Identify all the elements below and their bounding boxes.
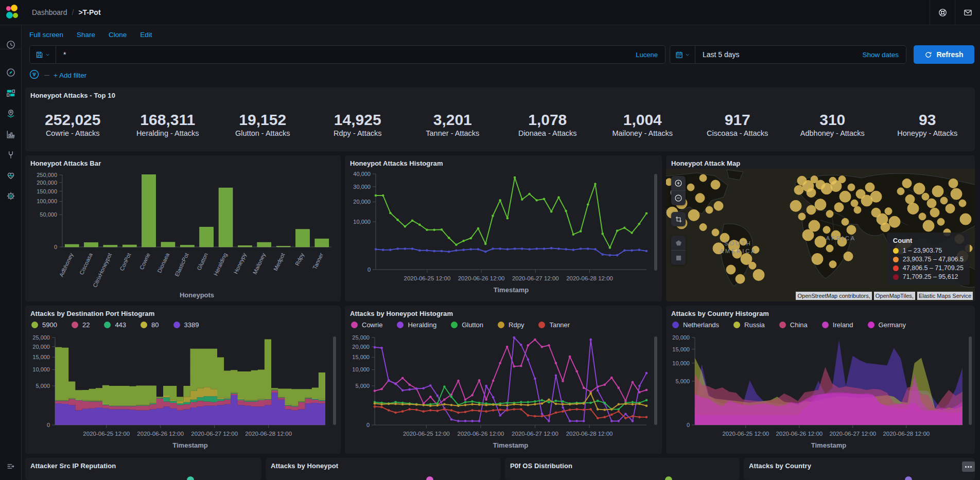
map-zoom-controls	[671, 176, 686, 205]
toolbar-link-full-screen[interactable]: Full screen	[29, 31, 63, 39]
toolbar-link-clone[interactable]: Clone	[109, 31, 127, 39]
panel-title: P0f OS Distribution	[505, 458, 740, 470]
legend-item-ireland[interactable]: Ireland	[822, 321, 853, 329]
newsfeed-button[interactable]	[955, 0, 980, 25]
attacks-by-destination-port-chart[interactable]: 05,00010,00015,00020,00025,0002020-06-25…	[25, 334, 341, 454]
sidebar-item-monitoring[interactable]	[0, 165, 21, 186]
map-legend-title: Count	[893, 237, 964, 244]
toolbar-link-edit[interactable]: Edit	[140, 31, 152, 39]
refresh-label: Refresh	[936, 50, 963, 59]
date-quick-menu-button[interactable]	[670, 46, 695, 63]
legend-item-china[interactable]: China	[779, 321, 808, 329]
sidebar-item-visualize[interactable]	[0, 123, 21, 145]
metric-adbhoney-attacks: 310Adbhoney - Attacks	[785, 102, 880, 147]
collapse-menu-icon	[6, 462, 15, 471]
sidebar-item-dashboard[interactable]	[0, 82, 21, 104]
show-dates-button[interactable]: Show dates	[862, 51, 906, 59]
metric-dionaea-attacks: 1,078Dionaea - Attacks	[500, 102, 596, 147]
svg-text:0: 0	[367, 266, 371, 273]
kibana-logo[interactable]	[0, 0, 25, 25]
legend-item-rdpy[interactable]: Rdpy	[498, 321, 524, 329]
legend-label: 22	[82, 321, 90, 329]
honeypot-attacks-histogram-chart[interactable]: 010,00020,00030,00040,0002020-06-25 12:0…	[345, 169, 662, 301]
query-input[interactable]: *	[56, 50, 636, 59]
panel-scrollbar[interactable]	[969, 336, 972, 425]
map-select-area-button[interactable]	[671, 212, 686, 226]
time-range-value[interactable]: Last 5 days	[695, 50, 862, 59]
svg-text:100,000: 100,000	[37, 198, 57, 204]
saved-query-menu-button[interactable]	[30, 46, 56, 63]
filter-menu-button[interactable]	[29, 69, 39, 81]
sidebar-item-dev-tools[interactable]	[0, 144, 21, 166]
attacks-by-honeypot-chart[interactable]: 05,00010,00015,00020,00025,0002020-06-25…	[345, 334, 662, 454]
map-attribution-chip[interactable]: Elastic Maps Service	[917, 292, 973, 300]
map-legend-entry: 71,709.25 – 95,612	[893, 273, 964, 280]
panel-scrollbar[interactable]	[654, 336, 657, 425]
breadcrumb-dashboard[interactable]: Dashboard	[32, 8, 67, 16]
legend-item-443[interactable]: 443	[104, 321, 126, 329]
legend-item-22[interactable]: 22	[72, 321, 90, 329]
sidebar-item-clock[interactable]	[0, 34, 21, 56]
legend-item-heralding[interactable]: Heralding	[397, 321, 436, 329]
svg-text:50,000: 50,000	[40, 211, 57, 218]
svg-text:Cowrie: Cowrie	[138, 252, 151, 271]
panel-options-button[interactable]	[962, 461, 975, 472]
svg-text:15,000: 15,000	[32, 354, 50, 360]
toolbar-link-share[interactable]: Share	[77, 31, 95, 39]
legend-item-5900[interactable]: 5900	[31, 321, 57, 329]
port-histogram-legend: 590022443803389	[31, 321, 199, 329]
panel-title: Attacks by Country Histogram	[666, 306, 975, 317]
legend-color-dot	[779, 322, 786, 328]
legend-item-cowrie[interactable]: Cowrie	[351, 321, 382, 329]
legend-color-dot	[397, 322, 404, 328]
map-attribution-chip[interactable]: OpenMapTiles,	[874, 292, 915, 300]
sidebar-item-discover[interactable]	[0, 62, 21, 83]
svg-text:20,000: 20,000	[672, 334, 690, 341]
honeypot-attacks-bar-chart[interactable]: 050,000100,000150,000200,000250,000Honey…	[25, 169, 341, 301]
metric-label: Ciscoasa - Attacks	[707, 129, 768, 137]
map-zoom-in-button[interactable]	[671, 176, 686, 190]
map-attribution-chip[interactable]: OpenStreetMap contributors,	[796, 292, 871, 300]
collapse-nav-button[interactable]	[0, 455, 21, 477]
svg-text:2020-06-28 12:00: 2020-06-28 12:00	[245, 431, 292, 437]
add-filter-button[interactable]: + Add filter	[54, 72, 86, 79]
dashboard-toolbar: Full screenShareCloneEdit	[21, 25, 980, 44]
attacks-by-country-chart[interactable]: 05,00010,00015,00020,0002020-06-25 12:00…	[666, 334, 975, 454]
pie-sliver	[187, 476, 194, 480]
attack-map[interactable]: SOUTHAMERICA AFRICA Count 1 – 23,903.752…	[666, 169, 975, 301]
legend-item-netherlands[interactable]: Netherlands	[672, 321, 719, 329]
map-zoom-out-button[interactable]	[671, 190, 686, 205]
help-button[interactable]	[930, 0, 955, 25]
legend-label: China	[790, 321, 808, 329]
query-language-button[interactable]: Lucene	[636, 51, 665, 59]
panel-scrollbar[interactable]	[654, 174, 657, 271]
legend-item-tanner[interactable]: Tanner	[538, 321, 570, 329]
pie-sliver	[905, 476, 912, 480]
legend-item-3389[interactable]: 3389	[173, 321, 199, 329]
map-polygon-tool-button[interactable]	[671, 236, 686, 250]
svg-text:2020-06-28 12:00: 2020-06-28 12:00	[566, 275, 613, 281]
legend-item-80[interactable]: 80	[141, 321, 159, 329]
legend-label: 80	[151, 321, 159, 329]
sidebar-item-maps[interactable]	[0, 103, 21, 125]
svg-text:5,000: 5,000	[675, 378, 690, 384]
query-bar: * Lucene	[29, 45, 666, 64]
legend-item-russia[interactable]: Russia	[733, 321, 765, 329]
clock-icon	[6, 40, 15, 49]
breadcrumb-separator: /	[72, 8, 74, 16]
legend-item-glutton[interactable]: Glutton	[451, 321, 483, 329]
panel-scrollbar[interactable]	[333, 336, 336, 425]
metric-label: Rdpy - Attacks	[334, 129, 381, 137]
map-legend-entry: 47,806.5 – 71,709.25	[893, 264, 964, 272]
legend-item-germany[interactable]: Germany	[868, 321, 906, 329]
metric-label: Dionaea - Attacks	[518, 129, 577, 137]
map-rectangle-tool-button[interactable]	[671, 250, 686, 265]
map-legend-entry: 1 – 23,903.75	[893, 247, 964, 254]
refresh-button[interactable]: Refresh	[914, 45, 974, 64]
svg-text:2020-06-25 12:00: 2020-06-25 12:00	[83, 431, 130, 437]
app-header: Dashboard / >T-Pot	[0, 0, 980, 25]
svg-text:2020-06-25 12:00: 2020-06-25 12:00	[403, 431, 450, 437]
metric-value: 19,152	[239, 112, 286, 128]
map-label-south-america: SOUTHAMERICA	[715, 240, 761, 255]
sidebar-item-management[interactable]	[0, 185, 21, 207]
